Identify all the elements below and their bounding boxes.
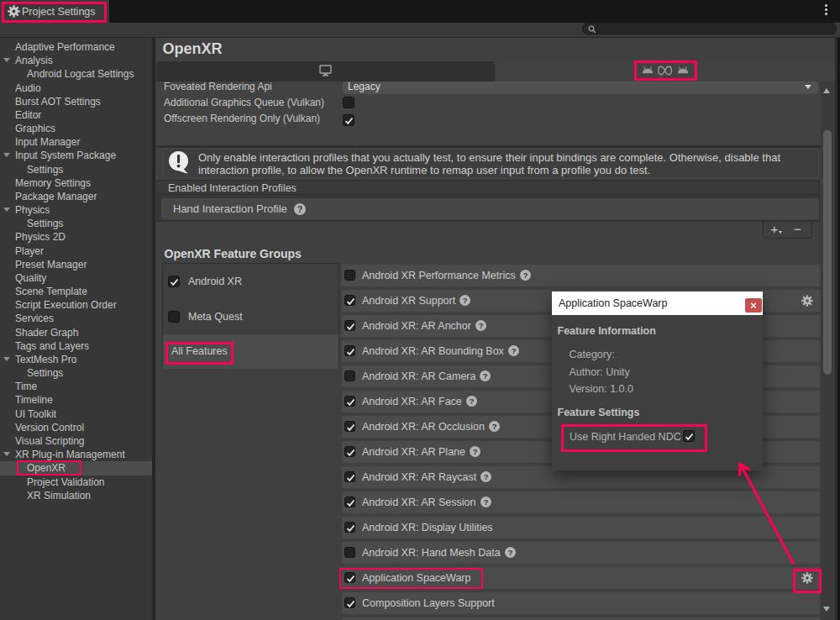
- svg-text:?: ?: [512, 347, 517, 355]
- svg-text:?: ?: [483, 498, 488, 507]
- svg-text:?: ?: [473, 448, 478, 456]
- svg-text:?: ?: [483, 372, 488, 381]
- svg-text:?: ?: [463, 297, 468, 305]
- svg-text:?: ?: [469, 397, 474, 406]
- svg-text:?: ?: [484, 473, 489, 481]
- svg-text:?: ?: [492, 423, 497, 431]
- svg-text:?: ?: [507, 549, 512, 557]
- svg-text:?: ?: [522, 271, 528, 280]
- svg-text:?: ?: [479, 322, 484, 330]
- svg-text:?: ?: [297, 204, 302, 213]
